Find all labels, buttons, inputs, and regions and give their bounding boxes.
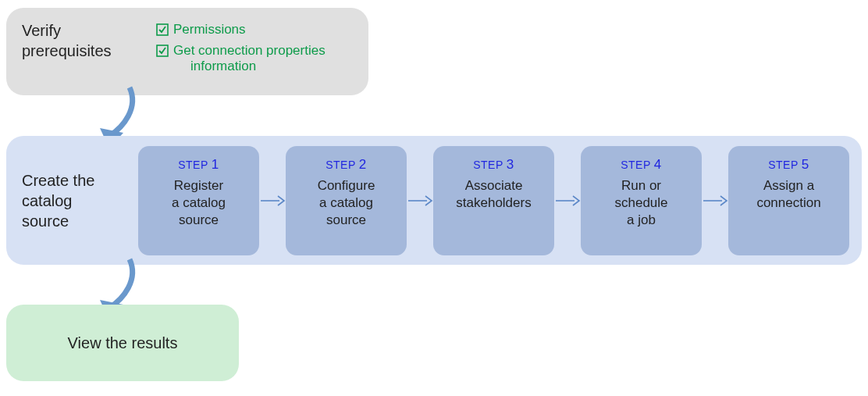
arrow-right-icon xyxy=(407,194,433,208)
create-title-line1: Create the xyxy=(22,172,94,189)
create-source-panel: Create the catalog source STEP 1 Registe… xyxy=(6,136,862,265)
step-prefix: STEP xyxy=(768,159,798,171)
prereq-item-multiline: Get connection properties information xyxy=(173,43,326,74)
step-desc-line2: a catalog xyxy=(172,195,226,210)
svg-rect-1 xyxy=(157,45,168,56)
prereq-title-line1: Verify xyxy=(22,22,61,39)
steps-row: STEP 1 Register a catalog source STEP 2 … xyxy=(138,146,849,255)
step-prefix: STEP xyxy=(326,159,355,171)
step-desc-line1: Associate xyxy=(465,178,523,193)
prereq-item-label-line1: Get connection properties xyxy=(173,43,326,58)
step-number: 4 xyxy=(654,157,662,172)
step-desc-line1: Configure xyxy=(318,178,375,193)
svg-rect-0 xyxy=(157,24,168,35)
step-desc-line1: Run or xyxy=(621,178,661,193)
step-desc-line3: source xyxy=(179,212,219,227)
step-label: STEP 4 xyxy=(621,157,662,173)
step-description: Register a catalog source xyxy=(172,177,226,229)
step-card-2: STEP 2 Configure a catalog source xyxy=(286,146,407,255)
prerequisites-list: Permissions Get connection properties in… xyxy=(156,20,353,83)
step-card-4: STEP 4 Run or schedule a job xyxy=(581,146,702,255)
step-number: 1 xyxy=(212,157,219,172)
results-title: View the results xyxy=(68,334,178,352)
step-prefix: STEP xyxy=(178,159,208,171)
arrow-right-icon xyxy=(702,194,728,208)
step-description: Assign a connection xyxy=(756,177,820,212)
create-source-title: Create the catalog source xyxy=(22,170,138,231)
step-prefix: STEP xyxy=(621,159,650,171)
prerequisites-panel: Verify prerequisites Permissions Get con… xyxy=(6,8,368,95)
step-desc-line2: schedule xyxy=(614,195,667,210)
arrow-right-icon xyxy=(554,194,581,208)
prereq-item: Get connection properties information xyxy=(156,43,353,74)
step-description: Configure a catalog source xyxy=(318,177,375,229)
step-card-3: STEP 3 Associate stakeholders xyxy=(433,146,554,255)
step-label: STEP 5 xyxy=(768,157,809,173)
step-desc-line2: stakeholders xyxy=(456,195,531,210)
step-description: Run or schedule a job xyxy=(614,177,667,229)
step-desc-line2: a catalog xyxy=(319,195,373,210)
prereq-item-label-line2: information xyxy=(190,59,256,73)
arrow-right-icon xyxy=(259,194,286,208)
prereq-item-label: Permissions xyxy=(173,22,246,37)
step-card-1: STEP 1 Register a catalog source xyxy=(138,146,259,255)
step-label: STEP 2 xyxy=(326,157,367,173)
prereq-title-line2: prerequisites xyxy=(22,42,112,59)
step-label: STEP 3 xyxy=(473,157,514,173)
prerequisites-title: Verify prerequisites xyxy=(22,20,156,83)
step-desc-line3: a job xyxy=(627,212,656,227)
create-title-line2: catalog xyxy=(22,192,73,209)
step-desc-line1: Register xyxy=(174,178,223,193)
step-number: 3 xyxy=(507,157,514,172)
prereq-item: Permissions xyxy=(156,22,353,40)
check-icon xyxy=(156,23,169,40)
step-number: 5 xyxy=(802,157,809,172)
step-prefix: STEP xyxy=(473,159,503,171)
results-panel: View the results xyxy=(6,305,239,381)
step-number: 2 xyxy=(359,157,367,172)
check-icon xyxy=(156,45,169,61)
step-desc-line1: Assign a xyxy=(763,178,814,193)
step-description: Associate stakeholders xyxy=(456,177,531,212)
create-title-line3: source xyxy=(22,212,69,230)
step-desc-line3: source xyxy=(326,212,366,227)
step-card-5: STEP 5 Assign a connection xyxy=(728,146,849,255)
step-desc-line2: connection xyxy=(756,195,820,210)
step-label: STEP 1 xyxy=(178,157,219,173)
